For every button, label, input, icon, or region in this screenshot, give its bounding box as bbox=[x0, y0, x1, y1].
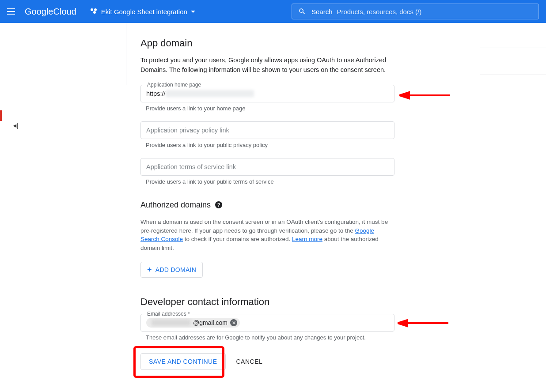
home-page-value-prefix: https:// bbox=[146, 90, 166, 97]
email-label: Email addresses * bbox=[145, 311, 192, 317]
annotation-arrow-1 bbox=[399, 91, 452, 100]
collapse-sidebar-icon[interactable]: ◂| bbox=[13, 122, 18, 129]
annotation-arrow-2 bbox=[398, 319, 451, 328]
svg-marker-1 bbox=[399, 92, 409, 98]
developer-contact-title: Developer contact information bbox=[140, 296, 394, 308]
privacy-helper: Provide users a link to your public priv… bbox=[140, 142, 394, 148]
search-placeholder: Products, resources, docs (/) bbox=[337, 8, 422, 15]
project-name: Ekit Google Sheet integration bbox=[101, 8, 187, 15]
side-lines bbox=[480, 48, 546, 102]
cancel-button[interactable]: CANCEL bbox=[236, 358, 263, 365]
main-content: App domain To protect you and your users… bbox=[140, 38, 394, 370]
chip-remove-icon[interactable]: ✕ bbox=[230, 319, 237, 326]
logo-cloud-text: Cloud bbox=[53, 7, 76, 17]
email-chip: @gmail.com ✕ bbox=[146, 318, 240, 328]
privacy-placeholder: Application privacy policy link bbox=[146, 127, 229, 134]
search-icon bbox=[298, 8, 306, 15]
email-helper: These email addresses are for Google to … bbox=[140, 334, 394, 341]
chevron-down-icon bbox=[191, 11, 195, 13]
home-page-input[interactable]: Application home page https:// bbox=[140, 85, 394, 102]
authorized-domains-text: Authorized domains bbox=[140, 200, 211, 210]
hamburger-menu-icon[interactable] bbox=[7, 6, 18, 17]
active-indicator bbox=[0, 110, 2, 121]
save-and-continue-button[interactable]: SAVE AND CONTINUE bbox=[140, 353, 226, 370]
home-page-value-redacted bbox=[166, 90, 254, 97]
add-domain-button[interactable]: + ADD DOMAIN bbox=[140, 262, 203, 278]
help-icon[interactable]: ? bbox=[215, 201, 222, 208]
auth-desc-1: When a domain is used on the consent scr… bbox=[140, 219, 388, 234]
privacy-link-input[interactable]: Application privacy policy link bbox=[140, 121, 394, 139]
learn-more-link[interactable]: Learn more bbox=[292, 236, 322, 242]
project-dots-icon bbox=[90, 8, 98, 15]
search-label: Search bbox=[311, 8, 333, 15]
home-page-helper: Provide users a link to your home page bbox=[140, 105, 394, 112]
add-domain-label: ADD DOMAIN bbox=[155, 266, 196, 273]
button-row: SAVE AND CONTINUE CANCEL bbox=[140, 353, 394, 370]
email-redacted bbox=[152, 320, 190, 326]
tos-placeholder: Application terms of service link bbox=[146, 163, 236, 170]
top-header: Google Cloud Ekit Google Sheet integrati… bbox=[0, 0, 546, 23]
authorized-domains-title: Authorized domains ? bbox=[140, 200, 394, 210]
section-title-app-domain: App domain bbox=[140, 38, 394, 49]
search-input[interactable]: Search Products, resources, docs (/) bbox=[292, 4, 539, 19]
email-addresses-input[interactable]: Email addresses * @gmail.com ✕ bbox=[140, 314, 394, 332]
auth-desc-2: to check if your domains are authorized. bbox=[183, 236, 292, 242]
svg-marker-3 bbox=[398, 320, 407, 326]
section-desc-app-domain: To protect you and your users, Google on… bbox=[140, 55, 394, 75]
logo-google-text: Google bbox=[25, 7, 53, 17]
plus-icon: + bbox=[147, 266, 152, 274]
divider bbox=[126, 23, 126, 85]
tos-helper: Provide users a link to your public term… bbox=[140, 178, 394, 185]
email-suffix: @gmail.com bbox=[193, 319, 228, 326]
tos-link-input[interactable]: Application terms of service link bbox=[140, 158, 394, 176]
authorized-desc: When a domain is used on the consent scr… bbox=[140, 218, 394, 252]
logo[interactable]: Google Cloud bbox=[25, 7, 76, 17]
project-selector[interactable]: Ekit Google Sheet integration bbox=[85, 5, 200, 18]
home-page-label: Application home page bbox=[145, 82, 203, 88]
